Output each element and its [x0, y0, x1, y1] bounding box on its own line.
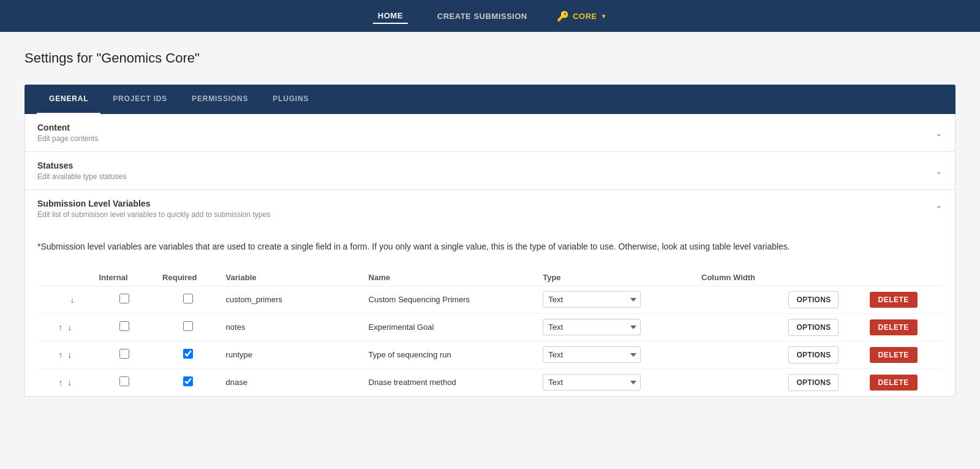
down-arrow-btn[interactable]: ↓	[66, 349, 73, 361]
tabs-panel: GENERAL PROJECT IDS PERMISSIONS PLUGINS	[24, 85, 956, 114]
variables-table: Internal Required Variable Name Type Col…	[37, 269, 943, 396]
th-options	[782, 269, 863, 286]
internal-checkbox[interactable]	[119, 321, 129, 331]
chevron-down-icon: ▼	[601, 13, 607, 20]
key-icon: 🔑	[557, 10, 570, 22]
cell-delete: DELETE	[864, 286, 943, 313]
options-button[interactable]: OPTIONS	[788, 291, 839, 308]
accordion-statuses-subtitle: Edit available type statuses	[37, 172, 126, 181]
internal-checkbox[interactable]	[119, 294, 129, 303]
accordion-content-title: Content	[37, 123, 98, 132]
table-row: ↑ ↓notesExperimental GoalTextOPTIONSDELE…	[37, 313, 943, 341]
cell-name: Dnase treatment method	[363, 368, 537, 396]
cell-arrows: ↑ ↓	[37, 368, 93, 396]
tab-permissions[interactable]: PERMISSIONS	[179, 85, 260, 114]
up-arrow-btn[interactable]: ↑	[57, 349, 64, 361]
tab-project-ids[interactable]: PROJECT IDS	[100, 85, 179, 114]
accordion-slv-subtitle: Edit list of submisison level variables …	[37, 210, 270, 219]
nav-create-submission[interactable]: CREATE SUBMISSION	[432, 9, 532, 23]
cell-arrows: ↑ ↓	[37, 341, 93, 368]
tab-plugins[interactable]: PLUGINS	[260, 85, 321, 114]
cell-options: OPTIONS	[782, 286, 863, 313]
cell-internal	[93, 341, 157, 368]
cell-column-width	[695, 286, 782, 313]
cell-variable: notes	[220, 313, 363, 341]
th-name: Name	[363, 269, 537, 286]
cell-type: Text	[537, 368, 695, 396]
delete-button[interactable]: DELETE	[870, 292, 918, 308]
th-internal: Internal	[93, 269, 157, 286]
cell-column-width	[695, 341, 782, 368]
delete-button[interactable]: DELETE	[870, 319, 918, 335]
down-arrow-btn[interactable]: ↓	[66, 376, 73, 389]
th-delete	[864, 269, 943, 286]
required-checkbox[interactable]	[183, 376, 193, 386]
table-row: ↓custom_primersCustom Sequencing Primers…	[37, 286, 943, 313]
cell-type: Text	[537, 286, 695, 313]
cell-variable: dnase	[220, 368, 363, 396]
accordion-slv[interactable]: Submission Level Variables Edit list of …	[25, 190, 955, 227]
required-checkbox[interactable]	[183, 294, 193, 303]
accordion-statuses[interactable]: Statuses Edit available type statuses ⌄	[25, 152, 955, 190]
cell-variable: runtype	[220, 341, 363, 368]
cell-arrows: ↓	[37, 286, 93, 313]
slv-description: *Submission level variables are variable…	[37, 240, 943, 254]
cell-delete: DELETE	[864, 341, 943, 368]
cell-type: Text	[537, 313, 695, 341]
delete-button[interactable]: DELETE	[870, 375, 918, 391]
th-arrows	[37, 269, 93, 286]
cell-options: OPTIONS	[782, 368, 863, 396]
cell-required	[156, 368, 220, 396]
down-arrow-btn[interactable]: ↓	[69, 294, 76, 306]
th-column-width: Column Width	[695, 269, 782, 286]
page-title: Settings for "Genomics Core"	[24, 50, 956, 66]
settings-card: Content Edit page contents ⌄ Statuses Ed…	[24, 114, 956, 397]
type-select[interactable]: Text	[543, 346, 641, 363]
internal-checkbox[interactable]	[119, 349, 129, 359]
cell-name: Custom Sequencing Primers	[363, 286, 537, 313]
up-arrow-btn[interactable]: ↑	[57, 376, 64, 389]
cell-delete: DELETE	[864, 368, 943, 396]
required-checkbox[interactable]	[183, 321, 193, 331]
tab-general[interactable]: GENERAL	[37, 85, 100, 114]
delete-button[interactable]: DELETE	[870, 347, 918, 363]
accordion-content[interactable]: Content Edit page contents ⌄	[25, 114, 955, 152]
th-type: Type	[537, 269, 695, 286]
options-button[interactable]: OPTIONS	[788, 319, 839, 336]
cell-column-width	[695, 313, 782, 341]
options-button[interactable]: OPTIONS	[788, 346, 839, 364]
internal-checkbox[interactable]	[119, 376, 129, 386]
th-required: Required	[156, 269, 220, 286]
cell-internal	[93, 368, 157, 396]
cell-name: Experimental Goal	[363, 313, 537, 341]
accordion-statuses-title: Statuses	[37, 161, 126, 170]
options-button[interactable]: OPTIONS	[788, 374, 839, 391]
accordion-slv-chevron: ⌃	[935, 204, 943, 214]
cell-options: OPTIONS	[782, 313, 863, 341]
nav-core[interactable]: 🔑 CORE ▼	[557, 10, 607, 22]
cell-type: Text	[537, 341, 695, 368]
accordion-slv-title: Submission Level Variables	[37, 199, 270, 208]
cell-variable: custom_primers	[220, 286, 363, 313]
cell-required	[156, 313, 220, 341]
th-variable: Variable	[220, 269, 363, 286]
cell-required	[156, 286, 220, 313]
navbar: HOME CREATE SUBMISSION 🔑 CORE ▼	[0, 0, 980, 32]
cell-options: OPTIONS	[782, 341, 863, 368]
nav-home[interactable]: HOME	[373, 9, 408, 24]
type-select[interactable]: Text	[543, 319, 641, 335]
table-row: ↑ ↓dnaseDnase treatment methodTextOPTION…	[37, 368, 943, 396]
type-select[interactable]: Text	[543, 374, 641, 391]
up-arrow-btn[interactable]: ↑	[57, 321, 64, 334]
cell-delete: DELETE	[864, 313, 943, 341]
type-select[interactable]: Text	[543, 291, 641, 308]
required-checkbox[interactable]	[183, 349, 193, 359]
accordion-content-subtitle: Edit page contents	[37, 134, 98, 143]
nav-core-label: CORE	[573, 12, 597, 21]
accordion-statuses-chevron: ⌄	[935, 166, 943, 176]
slv-body: *Submission level variables are variable…	[25, 227, 955, 396]
cell-required	[156, 341, 220, 368]
table-row: ↑ ↓runtypeType of sequencing runTextOPTI…	[37, 341, 943, 368]
down-arrow-btn[interactable]: ↓	[66, 321, 73, 334]
cell-name: Type of sequencing run	[363, 341, 537, 368]
